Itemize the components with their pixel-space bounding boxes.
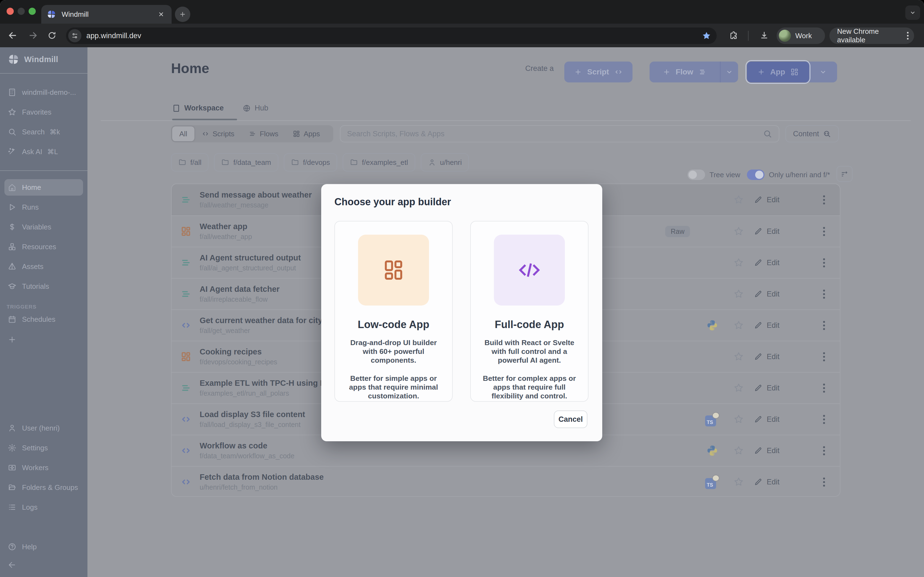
forward-icon[interactable] bbox=[27, 30, 38, 41]
browser-menu-icon[interactable] bbox=[907, 32, 909, 40]
favorite-star-icon[interactable] bbox=[723, 477, 754, 487]
favorite-star-icon[interactable] bbox=[723, 445, 754, 456]
tab-hub[interactable]: Hub bbox=[242, 104, 268, 112]
edit-button[interactable]: Edit bbox=[754, 384, 811, 392]
sidebar-item-help[interactable]: Help bbox=[5, 538, 83, 555]
sidebar-item-search[interactable]: Search⌘k bbox=[5, 124, 83, 140]
edit-button[interactable]: Edit bbox=[754, 321, 811, 330]
low-code-app-card[interactable]: Low-code App Drag-and-drop UI builder wi… bbox=[334, 221, 453, 402]
sidebar-item-folders-groups[interactable]: Folders & Groups bbox=[5, 479, 83, 496]
sidebar-add-trigger-button[interactable] bbox=[5, 331, 83, 348]
row-menu-icon[interactable] bbox=[811, 258, 840, 268]
edit-button[interactable]: Edit bbox=[754, 478, 811, 486]
tab-search-chevron-icon[interactable] bbox=[905, 5, 920, 20]
favorite-star-icon[interactable] bbox=[723, 226, 754, 237]
windmill-logo[interactable]: Windmill bbox=[8, 52, 58, 67]
cancel-button[interactable]: Cancel bbox=[554, 411, 587, 428]
low-code-tile bbox=[358, 235, 429, 306]
address-bar[interactable]: app.windmill.dev bbox=[66, 27, 717, 44]
row-menu-icon[interactable] bbox=[811, 384, 840, 393]
minimize-window-button[interactable] bbox=[18, 8, 25, 15]
sidebar-item-settings[interactable]: Settings bbox=[5, 440, 83, 456]
folder-chip-f-all[interactable]: f/all bbox=[171, 153, 208, 171]
sidebar-item-variables[interactable]: Variables bbox=[5, 219, 83, 235]
create-script-button[interactable]: Script bbox=[564, 61, 633, 82]
windmill-favicon bbox=[47, 10, 56, 19]
sidebar-item-ask-ai[interactable]: Ask AI⌘L bbox=[5, 143, 83, 160]
reload-icon[interactable] bbox=[47, 31, 57, 40]
sidebar-item-windmill-demo[interactable]: windmill-demo-... bbox=[5, 84, 83, 101]
favorite-star-icon[interactable] bbox=[723, 320, 754, 330]
row-menu-icon[interactable] bbox=[811, 415, 840, 424]
filter-segment-all[interactable]: All bbox=[172, 126, 194, 141]
tab-close-icon[interactable] bbox=[156, 9, 166, 19]
sidebar-item-tutorials[interactable]: Tutorials bbox=[5, 278, 83, 295]
folder-chip-u-henri[interactable]: u/henri bbox=[421, 153, 469, 171]
sidebar-collapse-button[interactable] bbox=[5, 557, 83, 573]
sidebar-item-home[interactable]: Home bbox=[5, 179, 83, 196]
edit-button[interactable]: Edit bbox=[754, 446, 811, 455]
update-chrome-button[interactable]: New Chrome available bbox=[829, 27, 914, 44]
sidebar-item-favorites[interactable]: Favorites bbox=[5, 104, 83, 120]
new-tab-button[interactable] bbox=[175, 6, 190, 22]
favorite-star-icon[interactable] bbox=[723, 351, 754, 362]
filter-settings-icon[interactable] bbox=[837, 166, 853, 182]
create-app-button[interactable]: App bbox=[747, 61, 837, 82]
sidebar-item-logs[interactable]: Logs bbox=[5, 499, 83, 516]
favorite-star-icon[interactable] bbox=[723, 195, 754, 205]
favorite-star-icon[interactable] bbox=[723, 289, 754, 299]
sidebar-item-runs[interactable]: Runs bbox=[5, 199, 83, 215]
sidebar-item-resources[interactable]: Resources bbox=[5, 239, 83, 255]
edit-button[interactable]: Edit bbox=[754, 259, 811, 267]
search-input[interactable]: Search Scripts, Flows & Apps bbox=[340, 125, 779, 142]
favorite-star-icon[interactable] bbox=[723, 414, 754, 424]
sidebar-item-user-henri[interactable]: User (henri) bbox=[5, 420, 83, 436]
full-code-app-card[interactable]: Full-code App Build with React or Svelte… bbox=[470, 221, 588, 402]
create-app-main[interactable]: App bbox=[747, 61, 809, 82]
back-icon[interactable] bbox=[8, 30, 18, 41]
edit-button[interactable]: Edit bbox=[754, 196, 811, 204]
sidebar-item-assets[interactable]: Assets bbox=[5, 258, 83, 275]
edit-button[interactable]: Edit bbox=[754, 290, 811, 298]
edit-button[interactable]: Edit bbox=[754, 415, 811, 424]
zoom-window-button[interactable] bbox=[29, 8, 36, 15]
row-menu-icon[interactable] bbox=[811, 227, 840, 236]
download-icon[interactable] bbox=[759, 31, 769, 40]
favorite-star-icon[interactable] bbox=[723, 383, 754, 393]
row-menu-icon[interactable] bbox=[811, 321, 840, 330]
row-menu-icon[interactable] bbox=[811, 352, 840, 361]
filter-segment-apps[interactable]: Apps bbox=[286, 126, 327, 141]
row-menu-icon[interactable] bbox=[811, 290, 840, 299]
folder-chip-f-data-team[interactable]: f/data_team bbox=[214, 153, 278, 171]
extensions-icon[interactable] bbox=[729, 31, 739, 40]
folder-chip-f-devops[interactable]: f/devops bbox=[284, 153, 337, 171]
close-window-button[interactable] bbox=[6, 8, 14, 15]
sidebar-item-schedules[interactable]: Schedules bbox=[5, 311, 83, 327]
edit-button[interactable]: Edit bbox=[754, 353, 811, 361]
create-flow-button[interactable]: Flow bbox=[649, 61, 738, 82]
only-filter-toggle[interactable] bbox=[747, 169, 764, 180]
browser-tab[interactable]: Windmill bbox=[41, 5, 171, 24]
row-menu-icon[interactable] bbox=[811, 477, 840, 487]
tree-view-toggle[interactable] bbox=[688, 169, 705, 180]
row-menu-icon[interactable] bbox=[811, 195, 840, 205]
filter-segment-scripts[interactable]: Scripts bbox=[194, 126, 241, 141]
app-dropdown-chevron[interactable] bbox=[809, 68, 837, 76]
windmill-page: Windmill TRIGGERS windmill-demo-...Favor… bbox=[0, 47, 924, 577]
content-search-button[interactable]: Content bbox=[785, 125, 839, 142]
flow-dropdown-chevron[interactable] bbox=[720, 68, 738, 76]
folder-chip-f-examples-etl[interactable]: f/examples_etl bbox=[342, 153, 415, 171]
profile-button[interactable]: Work bbox=[777, 27, 825, 44]
windmill-logo-text: Windmill bbox=[24, 55, 58, 64]
sidebar-item-workers[interactable]: Workers bbox=[5, 459, 83, 476]
favorite-star-icon[interactable] bbox=[723, 258, 754, 268]
edit-button[interactable]: Edit bbox=[754, 227, 811, 236]
item-row[interactable]: Fetch data from Notion databaseu/henri/f… bbox=[171, 466, 840, 497]
bookmark-star-icon[interactable] bbox=[702, 31, 711, 40]
tab-workspace[interactable]: Workspace bbox=[172, 104, 224, 112]
filter-segment-flows[interactable]: Flows bbox=[241, 126, 286, 141]
site-info-icon[interactable] bbox=[68, 29, 81, 42]
row-menu-icon[interactable] bbox=[811, 446, 840, 455]
folder-icon bbox=[221, 158, 229, 166]
dollar-icon bbox=[8, 222, 16, 231]
